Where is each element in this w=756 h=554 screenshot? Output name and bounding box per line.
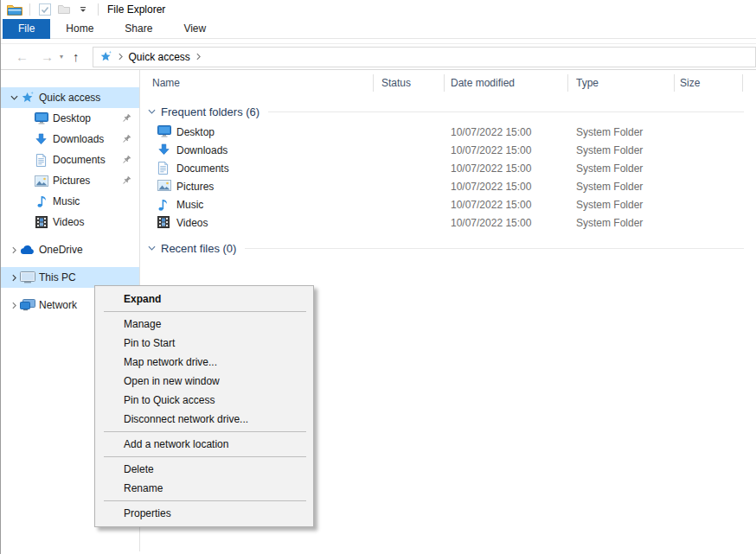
breadcrumb-chevron-icon[interactable]: [119, 53, 123, 60]
group-header-label: Recent files (0): [161, 242, 236, 255]
menu-item-disconnect-network-drive[interactable]: Disconnect network drive...: [95, 410, 313, 429]
file-row-documents[interactable]: Documents 10/07/2022 15:00 System Folder: [140, 160, 756, 178]
file-row-desktop[interactable]: Desktop 10/07/2022 15:00 System Folder: [140, 124, 756, 142]
breadcrumb-location[interactable]: Quick access: [129, 51, 190, 63]
column-divider[interactable]: [742, 74, 743, 92]
sidebar-item-label: Videos: [53, 216, 84, 228]
sidebar-item-pictures[interactable]: Pictures: [1, 170, 139, 191]
file-row-pictures[interactable]: Pictures 10/07/2022 15:00 System Folder: [140, 178, 756, 196]
column-header-type[interactable]: Type: [576, 77, 599, 89]
sidebar-item-label: OneDrive: [39, 244, 83, 256]
group-header-rule: [268, 111, 744, 112]
documents-icon: [157, 162, 169, 175]
chevron-down-icon[interactable]: [9, 95, 19, 100]
menu-item-open-in-new-window[interactable]: Open in new window: [95, 372, 313, 391]
documents-icon: [33, 154, 49, 167]
title-bar: File Explorer: [1, 0, 756, 19]
pin-icon: [121, 113, 131, 124]
column-divider[interactable]: [567, 74, 568, 92]
videos-film-icon: [33, 216, 49, 228]
group-header-recent-files[interactable]: Recent files (0): [140, 239, 756, 257]
forward-button[interactable]: →: [35, 50, 60, 63]
file-row-downloads[interactable]: Downloads 10/07/2022 15:00 System Folder: [140, 142, 756, 160]
back-button[interactable]: ←: [10, 50, 35, 63]
sidebar-item-music[interactable]: Music: [1, 191, 139, 212]
titlebar-separator: [29, 3, 30, 16]
column-header-name[interactable]: Name: [152, 77, 180, 89]
column-header-date-modified[interactable]: Date modified: [451, 77, 515, 89]
sidebar-item-desktop[interactable]: Desktop: [1, 108, 139, 129]
menu-item-rename[interactable]: Rename: [95, 479, 313, 498]
menu-item-manage[interactable]: Manage: [95, 315, 313, 334]
sidebar-item-onedrive[interactable]: OneDrive: [1, 239, 139, 260]
tab-file[interactable]: File: [3, 19, 50, 39]
group-header-frequent-folders[interactable]: Frequent folders (6): [140, 103, 756, 120]
file-date-modified: 10/07/2022 15:00: [451, 217, 531, 229]
sidebar-item-downloads[interactable]: Downloads: [1, 129, 139, 150]
window-title: File Explorer: [107, 3, 165, 16]
tab-share[interactable]: Share: [109, 19, 168, 39]
menu-item-map-network-drive[interactable]: Map network drive...: [95, 353, 313, 372]
menu-item-properties[interactable]: Properties: [95, 504, 313, 523]
file-name: Videos: [176, 217, 208, 229]
breadcrumb-chevron-icon[interactable]: [196, 53, 201, 60]
file-name: Documents: [176, 162, 229, 175]
file-row-music[interactable]: Music 10/07/2022 15:00 System Folder: [140, 196, 756, 214]
file-date-modified: 10/07/2022 15:00: [451, 181, 531, 193]
navigation-bar: ← → ▾ ↑ Quick access: [1, 43, 756, 70]
file-explorer-window: File Explorer File Home Share View ← → ▾…: [0, 0, 756, 554]
tab-home[interactable]: Home: [50, 19, 109, 39]
desktop-icon: [33, 112, 49, 124]
sidebar-item-documents[interactable]: Documents: [1, 150, 139, 170]
titlebar-separator: [98, 3, 99, 16]
sidebar-item-label: Music: [53, 195, 80, 207]
column-header-status[interactable]: Status: [381, 77, 411, 89]
chevron-right-icon[interactable]: [9, 302, 19, 309]
menu-item-expand[interactable]: Expand: [95, 290, 313, 309]
file-type: System Folder: [576, 217, 643, 229]
onedrive-cloud-icon: [19, 245, 35, 255]
column-divider[interactable]: [373, 74, 374, 92]
chevron-right-icon[interactable]: [9, 246, 19, 254]
downloads-icon: [33, 133, 49, 146]
customize-quick-access-toolbar-caret-icon[interactable]: [75, 2, 91, 17]
column-divider[interactable]: [674, 74, 675, 92]
videos-film-icon: [157, 216, 170, 228]
tab-view[interactable]: View: [168, 19, 221, 39]
quick-access-star-icon: [99, 50, 112, 63]
sidebar-item-label: Network: [39, 299, 77, 311]
downloads-icon: [157, 143, 170, 156]
file-explorer-app-icon: [7, 2, 22, 17]
file-date-modified: 10/07/2022 15:00: [451, 199, 531, 211]
recent-locations-caret-icon[interactable]: ▾: [60, 53, 67, 60]
menu-item-add-network-location[interactable]: Add a network location: [95, 435, 313, 454]
sidebar-item-label: This PC: [39, 271, 76, 283]
column-header-size[interactable]: Size: [680, 77, 700, 89]
menu-separator: [104, 500, 306, 501]
chevron-down-icon[interactable]: [148, 245, 156, 251]
menu-separator: [104, 311, 306, 312]
menu-item-pin-to-quick-access[interactable]: Pin to Quick access: [95, 391, 313, 410]
pictures-icon: [33, 175, 49, 187]
file-name: Pictures: [176, 181, 214, 193]
menu-item-pin-to-start[interactable]: Pin to Start: [95, 334, 313, 353]
chevron-down-icon[interactable]: [148, 109, 156, 114]
ribbon-tabs: File Home Share View: [1, 19, 756, 39]
pin-icon: [121, 134, 131, 144]
group-header-rule: [245, 248, 744, 249]
sidebar-item-videos[interactable]: Videos: [1, 212, 139, 232]
qat-properties-check-icon[interactable]: [37, 2, 53, 17]
file-type: System Folder: [576, 181, 643, 193]
address-bar[interactable]: Quick access: [93, 47, 756, 67]
menu-item-delete[interactable]: Delete: [95, 460, 313, 479]
sidebar-item-quick-access[interactable]: Quick access: [1, 87, 139, 108]
qat-new-folder-icon[interactable]: [56, 2, 72, 17]
sidebar-item-label: Quick access: [39, 92, 100, 104]
chevron-right-icon[interactable]: [9, 274, 19, 282]
file-name: Downloads: [176, 144, 227, 156]
up-button[interactable]: ↑: [67, 50, 86, 63]
this-pc-context-menu: Expand Manage Pin to Start Map network d…: [94, 285, 314, 527]
file-row-videos[interactable]: Videos 10/07/2022 15:00 System Folder: [140, 214, 756, 232]
column-divider[interactable]: [444, 74, 445, 92]
desktop-icon: [157, 125, 171, 137]
